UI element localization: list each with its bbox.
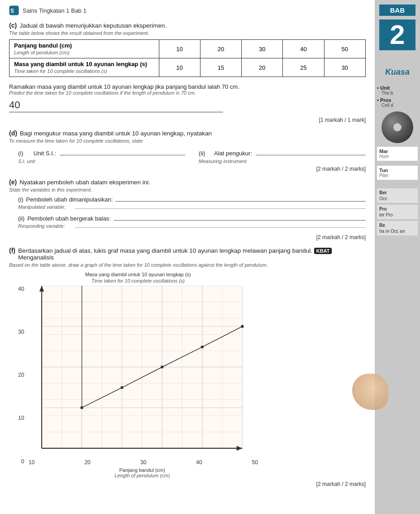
sidebar-tun-box: Tun Plan: [377, 166, 418, 180]
section-f-subtext: Based on the table above, draw a graph o…: [9, 262, 366, 268]
y-label-20: 20: [18, 372, 24, 378]
section-c-subtext: The table below shows the result obtaine…: [9, 30, 366, 36]
sidebar-entry-3: Be ha m Occ an: [377, 221, 418, 235]
graph-x-title: Panjang bandul (cm) Length of pendulum (…: [26, 467, 258, 478]
answer-line: 40: [9, 99, 223, 112]
section-c-marks: [1 markah / 1 mark]: [9, 117, 366, 123]
table-row2-val4: 25: [283, 58, 324, 77]
section-c-label: (c): [9, 22, 17, 29]
table-row1-val1: 10: [159, 40, 200, 58]
table-row2-val2: 15: [200, 58, 241, 77]
variable-i-italic: Manipulated variable:: [18, 204, 72, 210]
section-e-text: Nyatakan pemboleh ubah dalam eksperimen …: [19, 179, 150, 186]
section-f-text: Berdasarkan jadual di atas, lukis graf m…: [18, 247, 366, 261]
svg-point-39: [201, 346, 204, 348]
sidebar-mar-sub: Hum: [379, 154, 415, 159]
section-d-subtext: To measure the time taken for 10 complet…: [9, 138, 366, 144]
variable-i-sub-fill: [75, 208, 366, 209]
graph-y-title: Masa yang diambil untuk 10 ayunan lengka…: [18, 271, 258, 284]
svg-point-36: [81, 406, 83, 409]
section-f-label: (f): [9, 247, 15, 254]
section-d-label: (d): [9, 130, 17, 137]
graph-area: 40 30 20 10 0: [18, 286, 258, 478]
sidebar-entry-2: Pro ter Pro: [377, 205, 418, 219]
section-d-text: Bagi mengukur masa yang diambil untuk 10…: [20, 130, 212, 137]
svg-point-40: [241, 325, 244, 327]
table-row1-val3: 30: [242, 40, 283, 58]
predict-section: Ramalkan masa yang diambil untuk 10 ayun…: [9, 83, 366, 112]
bab-number: 2: [379, 19, 415, 50]
x-label-30: 30: [140, 459, 146, 466]
cd-icon: [382, 111, 413, 143]
section-d-col1: (i) Unit S.I.: S.I. unit: [18, 147, 185, 164]
predict-text: Ramalkan masa yang diambil untuk 10 ayun…: [9, 83, 366, 90]
table-row-2: Masa yang diambil untuk 10 ayunan lengka…: [10, 58, 366, 77]
graph-container: Masa yang diambil untuk 10 ayunan lengka…: [18, 271, 258, 478]
y-label-0: 0: [21, 458, 24, 465]
variable-i-fill: [115, 201, 366, 202]
table-row1-val5: 50: [324, 40, 365, 58]
variable-ii-label: (ii): [18, 215, 24, 222]
svg-point-37: [121, 386, 124, 389]
x-label-10: 10: [29, 459, 34, 466]
predict-subtext: Predict the time taken for 10 complete o…: [9, 90, 366, 96]
kbat-badge: KBAT: [314, 248, 332, 254]
page-header: S Sains Tingkatan 1 Bab 1: [9, 5, 366, 15]
svg-text:S: S: [10, 8, 14, 14]
section-f-marks: [2 markah / 2 marks]: [9, 481, 366, 487]
sidebar-unit-sub: The b: [377, 91, 418, 96]
section-d-cols: (i) Unit S.I.: S.I. unit (ii) Alat pengu…: [18, 147, 366, 164]
section-d-ii-label: (ii): [199, 150, 210, 157]
section-c-text: Jadual di bawah menunjukkan keputusan ek…: [19, 22, 167, 29]
sidebar-unit-label: • Unit: [377, 85, 418, 91]
sidebar-tun-title: Tun: [379, 168, 415, 173]
section-d-ii-text: Alat pengukur:: [214, 150, 252, 157]
experiment-table: Panjang bandul (cm) Length of pendulum (…: [9, 39, 366, 77]
section-c: (c) Jadual di bawah menunjukkan keputusa…: [9, 22, 366, 123]
sidebar-mar-box: Mar Hum: [377, 147, 418, 161]
sidebar-tun-sub: Plan: [379, 173, 415, 178]
sidebar-mar-title: Mar: [379, 149, 415, 154]
graph-svg: [26, 286, 258, 458]
bab-label: BAB: [379, 5, 415, 16]
sidebar-pros-label: • Pros: [377, 97, 418, 103]
section-e-subtext: State the variables in this experiment.: [9, 187, 366, 192]
right-sidebar: BAB 2 Kuasa • Unit The b • Pros Cell d M…: [375, 0, 420, 514]
y-label-30: 30: [18, 329, 24, 335]
cd-inner: [393, 123, 401, 131]
section-d-marks: [2 markah / 2 marks]: [9, 166, 366, 172]
header-title: Sains Tingkatan 1 Bab 1: [23, 7, 86, 14]
table-row2-val3: 20: [242, 58, 283, 77]
section-d-i-fill: [60, 147, 185, 155]
variable-ii-italic: Responding variable:: [18, 223, 72, 229]
section-f: (f) Berdasarkan jadual di atas, lukis gr…: [9, 247, 366, 487]
section-d-ii-fill: [256, 147, 366, 155]
table-row1-val2: 20: [200, 40, 241, 58]
variable-ii-text: Pemboleh ubah bergerak balas:: [27, 215, 110, 222]
section-d-i-label: (i): [18, 150, 30, 157]
answer-value: 40: [9, 99, 20, 112]
x-label-20: 20: [85, 459, 91, 466]
table-row2-val5: 30: [324, 58, 365, 77]
variable-i-row: (i) Pemboleh ubah dimanipulasikan: Manip…: [18, 196, 366, 210]
variable-ii-row: (ii) Pemboleh ubah bergerak balas: Respo…: [18, 215, 366, 229]
section-d-i-text: Unit S.I.:: [33, 150, 56, 157]
x-axis-labels: 10 20 30 40 50: [26, 458, 258, 466]
table-row1-header: Panjang bandul (cm) Length of pendulum (…: [10, 40, 159, 58]
section-d-subs: (i) Unit S.I.: S.I. unit (ii) Alat pengu…: [18, 147, 366, 164]
section-d-col2: (ii) Alat pengukur: Measuring instrument: [199, 147, 366, 164]
section-e: (e) Nyatakan pemboleh ubah dalam eksperi…: [9, 178, 366, 240]
y-label-40: 40: [18, 286, 24, 292]
x-label-50: 50: [252, 459, 258, 466]
x-label-40: 40: [196, 459, 202, 466]
variable-ii-sub-fill: [75, 227, 366, 228]
table-row2-header: Masa yang diambil untuk 10 ayunan lengka…: [10, 58, 159, 77]
table-row1-val4: 40: [283, 40, 324, 58]
y-axis-labels: 40 30 20 10 0: [18, 286, 26, 478]
sains-logo-icon: S: [9, 5, 19, 15]
section-d-ii-sub: Measuring instrument: [199, 159, 366, 164]
sidebar-entries: Ber Occ Pro ter Pro Be ha m Occ an: [377, 188, 418, 235]
table-row2-val1: 10: [159, 58, 200, 77]
section-e-label: (e): [9, 178, 17, 186]
main-content: S Sains Tingkatan 1 Bab 1 (c) Jadual di …: [0, 0, 375, 514]
